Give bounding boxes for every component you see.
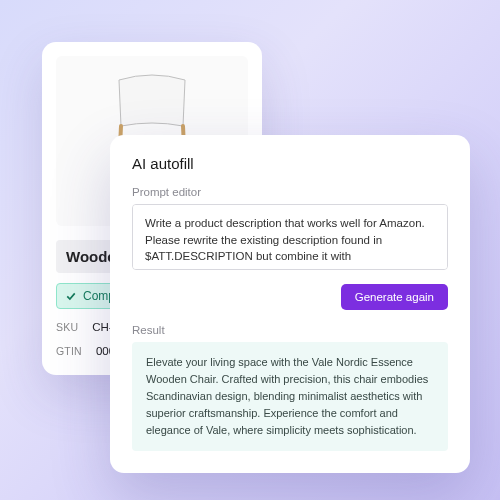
result-label: Result	[132, 324, 448, 336]
check-icon	[65, 290, 77, 302]
panel-title: AI autofill	[132, 155, 448, 172]
prompt-editor-label: Prompt editor	[132, 186, 448, 198]
gtin-label: GTIN	[56, 345, 82, 357]
result-output: Elevate your living space with the Vale …	[132, 342, 448, 451]
prompt-editor-input[interactable]	[132, 204, 448, 270]
generate-again-button[interactable]: Generate again	[341, 284, 448, 310]
sku-label: SKU	[56, 321, 78, 333]
ai-autofill-panel: AI autofill Prompt editor Generate again…	[110, 135, 470, 473]
actions-row: Generate again	[132, 284, 448, 310]
